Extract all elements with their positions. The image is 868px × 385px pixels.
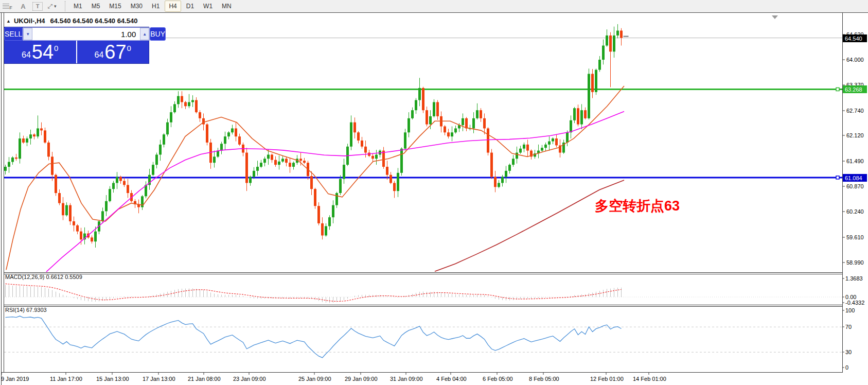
price-tick: 60.240 [846,208,864,215]
price-tick: 64.000 [846,57,864,63]
price-badge: 61.084 [843,174,867,182]
rsi-layer [4,316,842,358]
macd-layer [4,284,842,303]
chart-shift-marker[interactable] [772,15,778,19]
time-tick-label: 8 Feb 05:00 [529,376,559,382]
price-tick: 61.490 [846,158,864,164]
rsi-splitter-bottom [4,306,843,307]
time-tick-label: 9 Jan 2019 [1,376,29,382]
chart-annotation-text[interactable]: 多空转折点63 [595,197,680,215]
timeframe-button-mn[interactable]: MN [218,1,236,12]
volume-control: ▼ ▲ [23,27,150,41]
buy-price-handle: 64 [95,50,104,60]
sell-price-pip: 0 [54,44,58,52]
time-tick-label: 15 Jan 13:00 [96,376,129,382]
time-tick-label: 23 Jan 09:00 [233,376,266,382]
chart-title: ▲UKOil-,H464.540 64.540 64.540 64.540 [6,17,137,25]
text-label-icon[interactable]: A [17,1,29,11]
macd-splitter-bottom [4,274,843,274]
rsi-splitter-top[interactable] [4,305,843,305]
rsi-line [6,316,622,358]
ohlc-quotes: 64.540 64.540 64.540 64.540 [50,17,138,25]
timeframe-button-m30[interactable]: M30 [127,1,147,12]
time-tick-label: 4 Feb 04:00 [436,376,467,382]
toolbar-separator [65,1,66,11]
price-badge: 63.268 [843,85,867,93]
time-tick-label: 17 Jan 13:00 [143,376,175,382]
collapse-triangle-icon[interactable]: ▲ [6,19,11,24]
mt4-terminal-window: F A T ⤢ ▾ M1M5M15M30H1H4D1W1MN ▲UKOil-,H… [0,0,868,385]
chart-window: ▲UKOil-,H464.540 64.540 64.540 64.540 SE… [0,13,868,385]
timeframe-button-m15[interactable]: M15 [105,1,125,12]
time-tick-label: 14 Feb 01:00 [633,376,666,382]
price-tick: 58.990 [846,259,864,266]
chart-right-border [842,13,843,372]
indicator-tick: 100 [845,307,855,313]
sell-button[interactable]: SELL [4,27,23,41]
timeframe-group: M1M5M15M30H1H4D1W1MN [69,1,236,12]
volume-input[interactable] [32,28,140,40]
trade-panel-prices: 64540 64670 [4,41,149,63]
time-tick-label: 6 Feb 05:00 [483,376,513,382]
volume-increase-button[interactable]: ▲ [140,28,149,40]
time-tick-label: 31 Jan 09:00 [390,376,423,382]
time-tick-label: 29 Jan 09:00 [345,376,378,382]
volume-decrease-button[interactable]: ▼ [23,28,32,40]
indicator-tick: 30 [845,349,852,355]
chart-canvas[interactable] [0,13,868,385]
price-badge: 64.540 [843,34,867,42]
chevron-down-icon: ▾ [54,4,57,9]
time-tick-label: 11 Jan 17:00 [50,376,82,382]
sell-price-main: 54 [32,42,54,62]
text-box-icon[interactable]: T [32,2,43,11]
arrows-dropdown-icon[interactable]: ⤢ ▾ [46,1,58,11]
price-tick: 62.740 [846,108,864,114]
buy-price-main: 67 [104,42,126,62]
time-tick-label: 21 Jan 08:00 [188,376,221,382]
a-letter: A [21,3,25,10]
sell-price-display[interactable]: 64540 [4,41,76,63]
indicator-tick: 0 [845,364,848,371]
macd-splitter-top[interactable] [4,272,843,273]
timeframe-button-d1[interactable]: D1 [182,1,198,12]
timeframe-button-m1[interactable]: M1 [69,1,86,12]
sell-price-handle: 64 [22,50,31,60]
timeframe-button-m5[interactable]: M5 [87,1,104,12]
time-tick-label: 25 Jan 09:00 [298,376,331,382]
macd-indicator-label: MACD(12,26,9) 0.6612 0.5509 [5,274,82,280]
f-letter: F [9,5,12,10]
window-left-edge [1,13,2,385]
timeframe-button-h1[interactable]: H1 [148,1,164,12]
arrows-icon: ⤢ [47,3,52,10]
dotted-grid-icon [3,4,9,9]
indicator-tick: -0.4332 [845,300,864,306]
buy-price-pip: 0 [127,44,131,52]
indicator-tick: 70 [845,324,852,330]
toolbar: F A T ⤢ ▾ M1M5M15M30H1H4D1W1MN [0,0,868,13]
price-tick: 59.610 [846,234,864,240]
macd-signal-line [6,284,622,301]
hline-handle[interactable] [836,87,839,91]
price-tick: 62.120 [846,132,864,138]
price-tick: 60.870 [846,183,864,189]
ma-line-medium [46,111,624,272]
indicator-tick: 1.3683 [845,275,863,282]
buy-button[interactable]: BUY [150,27,166,41]
time-axis-border [1,372,843,373]
timeframe-button-w1[interactable]: W1 [199,1,217,12]
t-letter: T [36,3,40,9]
hline-handle[interactable] [836,176,839,179]
ma-line-slow [435,180,624,271]
time-tick-label: 12 Feb 01:00 [590,376,624,382]
one-click-trading-panel: SELL ▼ ▲ BUY 64540 64670 [4,27,149,63]
expert-grid-icon[interactable]: F [2,1,14,11]
rsi-indicator-label: RSI(14) 67.9303 [5,307,47,313]
chart-left-border [4,13,4,372]
symbol-name: UKOil-,H4 [14,17,45,25]
timeframe-button-h4[interactable]: H4 [165,1,181,12]
moving-averages-layer [6,86,624,272]
trade-panel-top-row: SELL ▼ ▲ BUY [4,27,149,41]
buy-price-display[interactable]: 64670 [77,41,149,63]
